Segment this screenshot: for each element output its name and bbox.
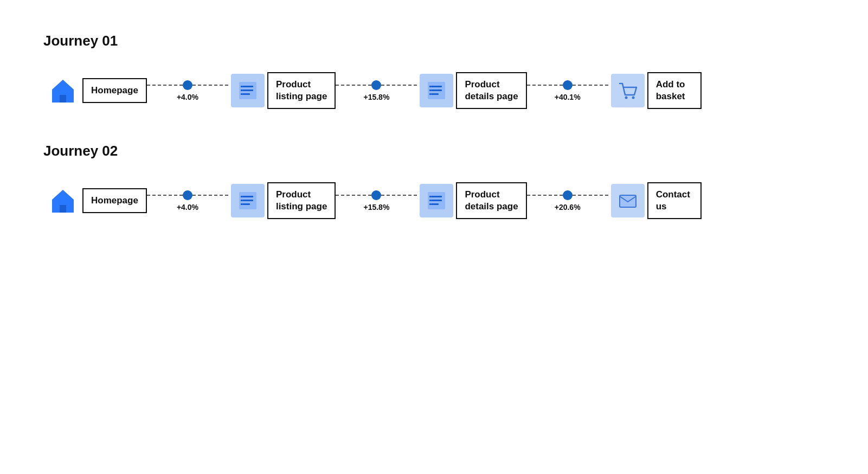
- svg-rect-17: [60, 205, 66, 213]
- step-label-product-listing-1: Productlisting page: [267, 72, 336, 109]
- step-icon-homepage-2: [43, 181, 82, 220]
- connector-conn-2-2: +15.8%: [336, 190, 417, 212]
- svg-rect-22: [241, 196, 242, 197]
- line-left-conn-2-3: [527, 195, 563, 196]
- connector-conn-2-3: +20.6%: [527, 190, 608, 212]
- journey-01-flow: Homepage +4.0% Productlisting page: [43, 71, 825, 110]
- line-row-conn-2-1: [147, 190, 228, 201]
- blue-dot-conn-2-3: [563, 190, 573, 200]
- step-icon-product-listing-1: [228, 71, 267, 110]
- step-icon-product-details-1: [417, 71, 456, 110]
- svg-rect-12: [429, 86, 431, 87]
- svg-rect-21: [242, 203, 250, 205]
- svg-rect-13: [429, 89, 431, 91]
- line-left-conn-2-1: [147, 195, 183, 196]
- svg-rect-29: [429, 196, 431, 197]
- pct-label-conn-1-1: +4.0%: [177, 93, 198, 101]
- line-row-conn-1-1: [147, 80, 228, 91]
- line-row-conn-1-3: [527, 80, 608, 91]
- step-homepage-2: Homepage: [43, 181, 147, 220]
- line-right-conn-2-1: [192, 195, 228, 196]
- pct-label-conn-2-3: +20.6%: [555, 203, 581, 212]
- journey-02-flow: Homepage +4.0% Productlisting page: [43, 181, 825, 220]
- svg-rect-7: [241, 93, 242, 95]
- line-row-conn-2-3: [527, 190, 608, 201]
- blue-dot-conn-1-3: [563, 80, 573, 90]
- line-right-conn-2-3: [573, 195, 608, 196]
- svg-rect-28: [431, 203, 439, 205]
- svg-rect-23: [241, 200, 242, 201]
- step-add-to-basket: Add tobasket: [608, 71, 702, 110]
- svg-rect-26: [431, 196, 442, 197]
- line-right-conn-1-2: [381, 85, 417, 86]
- step-product-listing-1: Productlisting page: [228, 71, 336, 110]
- blue-dot-conn-2-1: [183, 190, 192, 200]
- step-label-product-listing-2: Productlisting page: [267, 182, 336, 219]
- step-contact-us: Contactus: [608, 181, 702, 220]
- step-label-product-details-1: Productdetails page: [456, 72, 526, 109]
- svg-rect-2: [242, 86, 253, 87]
- blue-dot-conn-1-1: [183, 80, 192, 90]
- step-product-details-2: Productdetails page: [417, 181, 526, 220]
- step-label-homepage-2: Homepage: [82, 188, 147, 213]
- journey-02: Journey 02 Homepage +4.0%: [43, 143, 825, 220]
- svg-rect-19: [242, 196, 253, 197]
- step-label-homepage-1: Homepage: [82, 78, 147, 103]
- step-icon-product-listing-2: [228, 181, 267, 220]
- step-icon-add-to-basket: [608, 71, 647, 110]
- svg-rect-9: [431, 86, 442, 87]
- line-row-conn-2-2: [336, 190, 417, 201]
- svg-rect-11: [431, 93, 439, 95]
- line-right-conn-1-1: [192, 85, 228, 86]
- line-row-conn-1-2: [336, 80, 417, 91]
- pct-label-conn-2-2: +15.8%: [363, 203, 389, 212]
- connector-conn-1-3: +40.1%: [527, 80, 608, 101]
- svg-rect-30: [429, 200, 431, 201]
- svg-rect-0: [60, 95, 66, 103]
- step-label-add-to-basket: Add tobasket: [647, 72, 702, 109]
- step-product-listing-2: Productlisting page: [228, 181, 336, 220]
- journey-01: Journey 01 Homepage +4.0%: [43, 33, 825, 110]
- line-left-conn-1-2: [336, 85, 371, 86]
- blue-dot-conn-2-2: [371, 190, 381, 200]
- step-product-details-1: Productdetails page: [417, 71, 526, 110]
- line-left-conn-1-3: [527, 85, 563, 86]
- svg-point-16: [632, 97, 634, 99]
- svg-rect-24: [241, 203, 242, 205]
- step-homepage-1: Homepage: [43, 71, 147, 110]
- connector-conn-1-2: +15.8%: [336, 80, 417, 101]
- svg-rect-6: [241, 89, 242, 91]
- connector-conn-2-1: +4.0%: [147, 190, 228, 212]
- svg-rect-5: [241, 86, 242, 87]
- connector-conn-1-1: +4.0%: [147, 80, 228, 101]
- line-right-conn-2-2: [381, 195, 417, 196]
- line-left-conn-1-1: [147, 85, 183, 86]
- journey-02-title: Journey 02: [43, 143, 825, 159]
- blue-dot-conn-1-2: [371, 80, 381, 90]
- svg-rect-3: [242, 89, 253, 91]
- pct-label-conn-1-3: +40.1%: [555, 93, 581, 101]
- svg-rect-14: [429, 93, 431, 95]
- step-label-contact-us: Contactus: [647, 182, 702, 219]
- svg-rect-31: [429, 203, 431, 205]
- step-label-product-details-2: Productdetails page: [456, 182, 526, 219]
- journey-01-title: Journey 01: [43, 33, 825, 49]
- step-icon-homepage-1: [43, 71, 82, 110]
- line-right-conn-1-3: [573, 85, 608, 86]
- svg-rect-20: [242, 200, 253, 201]
- pct-label-conn-2-1: +4.0%: [177, 203, 198, 212]
- svg-point-15: [625, 97, 627, 99]
- svg-rect-27: [431, 200, 442, 201]
- pct-label-conn-1-2: +15.8%: [363, 93, 389, 101]
- svg-rect-4: [242, 93, 250, 95]
- step-icon-product-details-2: [417, 181, 456, 220]
- svg-rect-10: [431, 89, 442, 91]
- line-left-conn-2-2: [336, 195, 371, 196]
- step-icon-contact-us: [608, 181, 647, 220]
